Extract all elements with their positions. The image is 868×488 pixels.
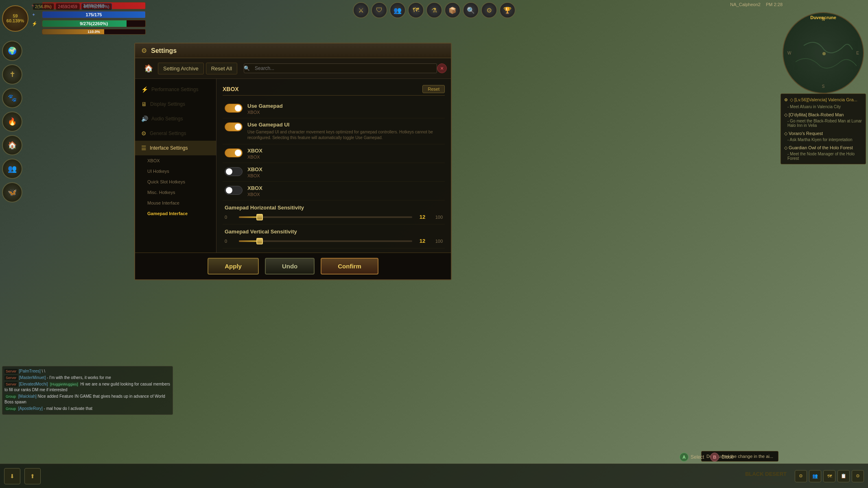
interface-icon: ☰ — [141, 145, 146, 151]
undo-button[interactable]: Undo — [265, 258, 315, 274]
slider-section-vertical: Gamepad Vertical Sensitivity 0 12 100 — [223, 224, 445, 248]
toggle-knob-use-gamepad — [235, 105, 241, 111]
slider-value-vertical: 12 — [416, 238, 429, 244]
ctrl-hint-select: A Select — [680, 453, 704, 462]
sub-item-xbox[interactable]: XBOX — [135, 155, 216, 166]
slider-row-vertical: 0 12 100 — [225, 238, 443, 244]
search-icon: 🔍 — [244, 65, 250, 71]
setting-sublabel-xbox-1: XBOX — [247, 155, 443, 159]
extra-bar-row: 110.0% — [32, 29, 146, 35]
setting-archive-tab[interactable]: Setting Archive — [158, 63, 204, 74]
mp-bar-row: ✦ 175/175 — [32, 11, 146, 18]
toggle-xbox-3[interactable] — [225, 186, 243, 195]
hud-icon-2[interactable]: 🛡 — [371, 2, 387, 18]
setting-row-xbox-1: XBOX XBOX — [223, 144, 445, 163]
setting-info-use-gamepad-ui: Use Gamepad UI Use Gamepad UI and charac… — [247, 122, 443, 141]
toggle-knob-xbox-3 — [226, 187, 232, 194]
toggle-knob-use-gamepad-ui — [235, 124, 241, 130]
ctrl-a-button: A — [680, 453, 689, 462]
toggle-use-gamepad-ui[interactable] — [225, 122, 243, 131]
reset-all-tab[interactable]: Reset All — [206, 63, 237, 74]
sp-text: 9/276(2260%) — [42, 20, 145, 27]
hud-bottom: ⬇ ⬆ ⚙ 👥 🗺 📋 ⚙ — [0, 464, 868, 488]
nav-label-performance: Performance Settings — [151, 87, 198, 92]
setting-label-xbox-3: XBOX — [247, 185, 443, 191]
hp-stat: 2459/2459 — [56, 3, 80, 10]
display-icon: 🖥 — [141, 101, 147, 107]
slider-thumb-vertical[interactable] — [256, 238, 263, 244]
side-icon-misc[interactable]: 🦋 — [2, 182, 22, 203]
nav-item-display[interactable]: 🖥 Display Settings — [135, 97, 216, 111]
settings-header-row: 🏠 Setting Archive Reset All 🔍 × — [135, 58, 451, 79]
sub-item-quick-slot-hotkeys[interactable]: Quick Slot Hotkeys — [135, 176, 216, 187]
setting-row-use-gamepad-ui: Use Gamepad UI Use Gamepad UI and charac… — [223, 118, 445, 144]
toggle-xbox-1[interactable] — [225, 148, 243, 157]
hud-icon-1[interactable]: ⚔ — [353, 2, 369, 18]
hud-icon-5[interactable]: ⚗ — [426, 2, 442, 18]
top-stat-icons: 2(56.8%) 2459/2459 9/276(2260%) — [33, 3, 112, 10]
setting-row-xbox-3: XBOX XBOX — [223, 182, 445, 200]
settings-home-button[interactable]: 🏠 — [139, 61, 158, 76]
bottom-icon-2[interactable]: 👥 — [809, 470, 821, 482]
settings-search-input[interactable] — [244, 63, 437, 73]
toggle-use-gamepad[interactable] — [225, 104, 243, 113]
side-icon-pet[interactable]: 🐾 — [2, 88, 22, 108]
side-icon-skills[interactable]: 🔥 — [2, 111, 22, 132]
mp-bar: 175/175 — [42, 11, 146, 18]
apply-button[interactable]: Apply — [208, 258, 259, 274]
slider-track-horizontal[interactable] — [239, 216, 412, 218]
bottom-icon-3[interactable]: 🗺 — [823, 470, 835, 482]
toggle-knob-xbox-2 — [226, 168, 232, 175]
slider-thumb-horizontal[interactable] — [256, 214, 263, 220]
settings-title: Settings — [151, 47, 177, 54]
hud-icon-6[interactable]: 📦 — [444, 2, 461, 18]
slider-min-horizontal: 0 — [225, 215, 235, 220]
sub-item-mouse-interface[interactable]: Mouse Interface — [135, 198, 216, 208]
nav-item-interface[interactable]: ☰ Interface Settings — [135, 141, 216, 155]
bottom-icon-download[interactable]: ⬇ — [4, 468, 20, 484]
settings-nav: ⚡ Performance Settings 🖥 Display Setting… — [135, 79, 216, 253]
nav-item-general[interactable]: ⚙ General Settings — [135, 126, 216, 141]
extra-bar: 110.0% — [42, 29, 146, 35]
setting-label-xbox-1: XBOX — [247, 148, 443, 154]
hud-icon-9[interactable]: 🏆 — [499, 2, 516, 18]
nav-label-audio: Audio Settings — [151, 116, 183, 122]
reset-button[interactable]: Reset — [422, 85, 445, 93]
chat-message-3: Server [ElevatedMochi] [HuggieWuggies] H… — [4, 381, 171, 393]
performance-icon: ⚡ — [141, 86, 148, 93]
setting-label-xbox-2: XBOX — [247, 166, 443, 172]
side-icon-quest[interactable]: ✝ — [2, 64, 22, 85]
search-container: 🔍 — [241, 63, 434, 73]
settings-close-button[interactable]: × — [437, 63, 447, 73]
bottom-icon-1[interactable]: ⚙ — [795, 470, 807, 482]
chat-message-2: Server [MasterMinuet] - I'm with the oth… — [4, 375, 171, 381]
slider-track-vertical[interactable] — [239, 240, 412, 242]
sp-bar: 9/276(2260%) — [42, 20, 146, 27]
side-icon-guild[interactable]: 👥 — [2, 159, 22, 179]
level-badge: 59 60.139% — [2, 5, 28, 32]
bottom-icon-4[interactable]: 📋 — [837, 470, 850, 482]
nav-item-performance[interactable]: ⚡ Performance Settings — [135, 82, 216, 97]
side-icon-map[interactable]: 🌍 — [2, 41, 22, 61]
sub-item-ui-hotkeys[interactable]: UI Hotkeys — [135, 166, 216, 176]
hud-icon-3[interactable]: 👥 — [389, 2, 406, 18]
ctrl-b-button: B — [710, 453, 719, 462]
bottom-icon-5[interactable]: ⚙ — [852, 470, 864, 482]
hud-icon-7[interactable]: 🔍 — [463, 2, 479, 18]
bottom-icon-upload[interactable]: ⬆ — [24, 468, 41, 484]
hud-icon-4[interactable]: 🗺 — [408, 2, 424, 18]
setting-label-use-gamepad-ui: Use Gamepad UI — [247, 122, 443, 128]
setting-row-use-gamepad: Use Gamepad XBOX — [223, 100, 445, 118]
nav-label-interface: Interface Settings — [150, 145, 188, 151]
setting-info-use-gamepad: Use Gamepad XBOX — [247, 103, 443, 115]
setting-info-xbox-3: XBOX XBOX — [247, 185, 443, 197]
hud-icon-8[interactable]: ⚙ — [481, 2, 497, 18]
sub-item-misc-hotkeys[interactable]: Misc. Hotkeys — [135, 187, 216, 198]
confirm-button[interactable]: Confirm — [321, 258, 378, 274]
slider-row-horizontal: 0 12 100 — [225, 214, 443, 220]
toggle-xbox-2[interactable] — [225, 167, 243, 176]
side-icon-house[interactable]: 🏠 — [2, 135, 22, 155]
nav-item-audio[interactable]: 🔊 Audio Settings — [135, 111, 216, 126]
slider-max-horizontal: 100 — [433, 215, 443, 220]
sub-item-gamepad-interface[interactable]: Gamepad Interface — [135, 208, 216, 219]
